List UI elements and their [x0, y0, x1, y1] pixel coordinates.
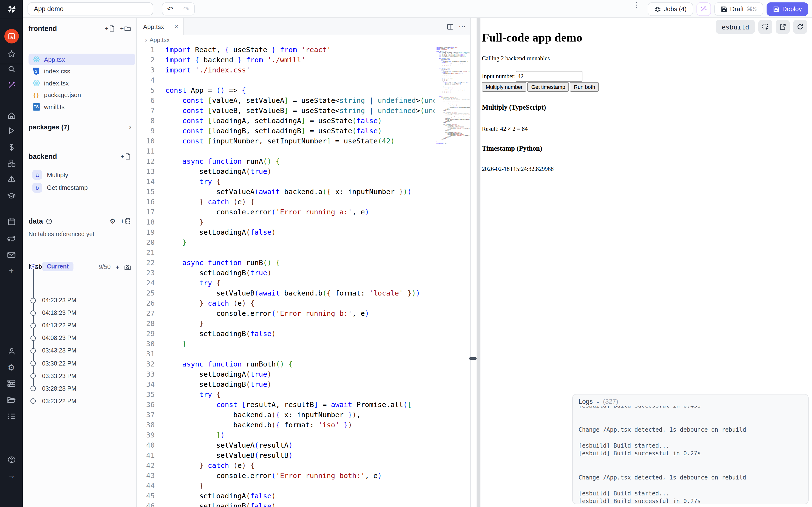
code-line[interactable]: 34 setLoadingB(true) — [137, 379, 435, 389]
code-line[interactable]: 37 backend.a({ x: inputNumber }), — [137, 409, 435, 419]
file-item-app-tsx[interactable]: App.tsx — [29, 54, 135, 65]
redo-button[interactable]: ↷ — [179, 3, 194, 15]
jobs-button[interactable]: Jobs (4) — [648, 2, 693, 16]
file-item-package-json[interactable]: {}package.json — [29, 89, 135, 101]
add-file-button[interactable]: + — [105, 25, 115, 32]
editor-more-icon[interactable]: ⋯ — [459, 22, 466, 31]
file-item-index-tsx[interactable]: index.tsx — [29, 77, 135, 89]
rail-item-runs[interactable] — [0, 124, 23, 137]
code-line[interactable]: 14 try { — [137, 176, 435, 186]
preview-button-get-timestamp[interactable]: Get timestamp — [527, 82, 569, 92]
file-item-wmill-ts[interactable]: TSwmill.ts — [29, 101, 135, 113]
deploy-button[interactable]: Deploy — [766, 2, 808, 16]
history-entry[interactable]: 04:18:23 PM — [31, 309, 77, 316]
refresh-icon[interactable] — [793, 20, 807, 34]
split-editor-icon[interactable] — [447, 23, 454, 30]
code-line[interactable]: 20 } — [137, 237, 435, 247]
rail-item-search[interactable] — [0, 62, 23, 76]
code-line[interactable]: 43 console.error('Error running both:', … — [137, 470, 435, 481]
code-line[interactable]: 30 } — [137, 338, 435, 349]
chevron-down-icon[interactable]: ⌄ — [596, 398, 600, 405]
code-line[interactable]: 12 async function runA() { — [137, 156, 435, 166]
camera-icon[interactable] — [124, 264, 131, 270]
history-entry[interactable]: 03:38:22 PM — [31, 360, 77, 367]
code-line[interactable]: 39 ]) — [137, 430, 435, 440]
kebab-menu-icon[interactable]: ⋮ — [633, 0, 640, 17]
rail-item-workers[interactable] — [0, 377, 23, 390]
rail-item-favorites[interactable] — [0, 47, 23, 61]
code-line[interactable]: 23 setLoadingB(true) — [137, 268, 435, 278]
backend-runnable-a[interactable]: aMultiply — [29, 169, 135, 181]
code-line[interactable]: 29 setLoadingB(false) — [137, 328, 435, 338]
panel-divider[interactable] — [476, 18, 480, 507]
add-database-button[interactable]: + — [120, 218, 131, 225]
rail-item-learn[interactable] — [0, 189, 23, 202]
data-settings-gear-icon[interactable]: ⚙ — [110, 217, 116, 225]
code-line[interactable]: 25 setValueB(await backend.b({ format: '… — [137, 288, 435, 298]
panel-resize-handle[interactable] — [469, 357, 476, 360]
rail-item-ai[interactable] — [0, 78, 23, 92]
code-line[interactable]: 18 } — [137, 217, 435, 227]
history-entry[interactable]: 04:08:23 PM — [31, 335, 77, 342]
breadcrumb[interactable]: › App.tsx — [137, 35, 470, 44]
packages-row[interactable]: packages (7) › — [29, 123, 132, 131]
code-line[interactable]: 44 } — [137, 481, 435, 491]
code-line[interactable]: 15 setValueA(await backend.a({ x: inputN… — [137, 186, 435, 196]
add-runnable-button[interactable]: + — [120, 153, 131, 160]
rail-item-user[interactable] — [0, 345, 23, 358]
rail-item-apps[interactable] — [0, 30, 23, 43]
history-entry[interactable]: 03:33:23 PM — [31, 373, 77, 379]
rail-item-folders[interactable] — [0, 393, 23, 406]
rail-item-triggers[interactable] — [0, 172, 23, 186]
windmill-logo[interactable] — [0, 3, 23, 15]
code-area[interactable]: 1import React, { useState } from 'react'… — [137, 44, 435, 507]
minimap[interactable]: import React, { useState } from 'react'i… — [435, 47, 470, 507]
logs-scroll-area[interactable]: [esbuild] Build successful in 0.43s Chan… — [578, 406, 807, 503]
add-folder-button[interactable]: + — [120, 25, 131, 32]
draft-button[interactable]: Draft ⌘S — [714, 2, 763, 16]
code-line[interactable]: 10 const [inputNumber, setInputNumber] =… — [137, 136, 435, 146]
rail-item-variables[interactable] — [0, 140, 23, 154]
code-line[interactable]: 4 — [137, 75, 435, 85]
code-line[interactable]: 7 const [valueB, setValueB] = useState<s… — [137, 105, 435, 115]
rail-item-settings[interactable]: ⚙ — [0, 361, 23, 374]
code-line[interactable]: 38 backend.b({ format: 'iso' }) — [137, 419, 435, 430]
code-line[interactable]: 22 async function runB() { — [137, 258, 435, 268]
code-line[interactable]: 6 const [valueA, setValueA] = useState<s… — [137, 95, 435, 105]
undo-button[interactable]: ↶ — [162, 3, 179, 15]
history-current-row[interactable]: Current — [31, 262, 73, 271]
rail-item-add[interactable]: + — [0, 264, 23, 278]
logs-title[interactable]: Logs — [578, 398, 593, 405]
code-line[interactable]: 31 — [137, 349, 435, 359]
code-line[interactable]: 26 } catch (e) { — [137, 298, 435, 308]
preview-button-run-both[interactable]: Run both — [570, 82, 599, 92]
code-line[interactable]: 40 setValueA(resultA) — [137, 440, 435, 450]
code-line[interactable]: 3import './index.css' — [137, 65, 435, 75]
code-line[interactable]: 28 } — [137, 318, 435, 328]
close-icon[interactable]: × — [174, 23, 179, 31]
code-line[interactable]: 36 const [resultA, resultB] = await Prom… — [137, 399, 435, 409]
rail-item-schedules[interactable] — [0, 215, 23, 228]
history-entry[interactable]: 04:23:23 PM — [31, 297, 77, 304]
input-number-field[interactable] — [516, 71, 582, 82]
code-line[interactable]: 45 setLoadingA(false) — [137, 491, 435, 501]
code-line[interactable]: 16 } catch (e) { — [137, 196, 435, 207]
code-line[interactable]: 42 } catch (e) { — [137, 460, 435, 470]
code-line[interactable]: 9 const [loadingB, setLoadingB] = useSta… — [137, 125, 435, 136]
tab-app-tsx[interactable]: App.tsx × — [137, 18, 184, 35]
code-line[interactable]: 46 setLoadingB(false) — [137, 501, 435, 507]
code-line[interactable]: 21 — [137, 247, 435, 258]
code-line[interactable]: 2import { backend } from './wmill' — [137, 55, 435, 65]
history-entry[interactable]: 03:23:22 PM — [31, 398, 77, 405]
backend-runnable-b[interactable]: bGet timestamp — [29, 182, 135, 193]
preview-button-multiply-number[interactable]: Multiply number — [482, 82, 526, 92]
rail-item-flows[interactable] — [0, 232, 23, 245]
code-line[interactable]: 11 — [137, 146, 435, 156]
code-line[interactable]: 33 setLoadingA(true) — [137, 369, 435, 379]
rail-item-home[interactable] — [0, 109, 23, 123]
code-line[interactable]: 8 const [loadingA, setLoadingA] = useSta… — [137, 115, 435, 125]
code-line[interactable]: 35 try { — [137, 389, 435, 399]
code-line[interactable]: 41 setValueB(resultB) — [137, 450, 435, 460]
rail-item-resources[interactable] — [0, 157, 23, 170]
rail-item-messages[interactable] — [0, 248, 23, 262]
